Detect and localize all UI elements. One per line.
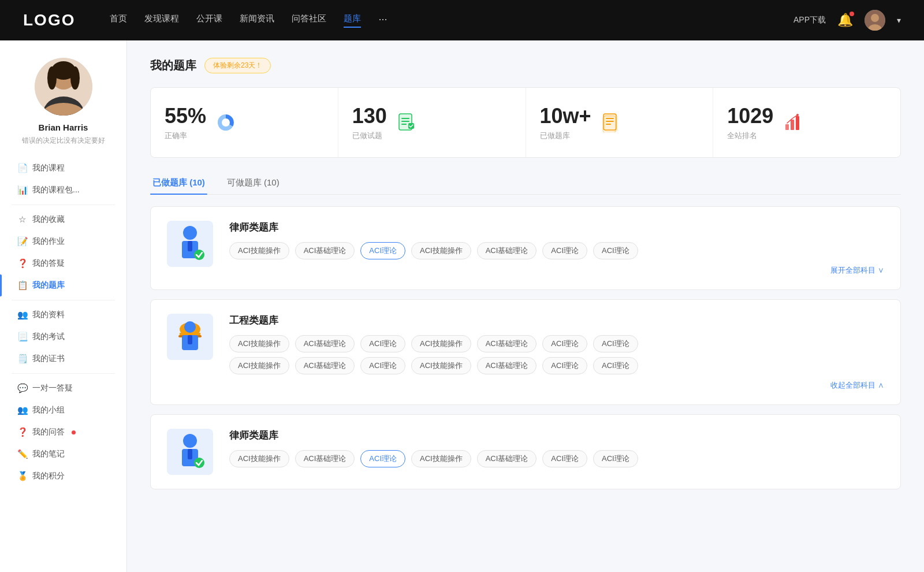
user-chevron[interactable]: ▾: [897, 16, 901, 25]
collapse-link[interactable]: 收起全部科目 ∧: [229, 380, 884, 391]
tag[interactable]: ACI基础理论: [477, 335, 537, 352]
tag[interactable]: ACI技能操作: [411, 335, 471, 352]
sidebar-item-material[interactable]: 👥 我的资料: [0, 304, 126, 326]
tag[interactable]: ACI理论: [593, 357, 638, 374]
nav-more[interactable]: ···: [378, 13, 387, 28]
svg-point-29: [183, 226, 197, 240]
tag[interactable]: ACI理论: [542, 357, 587, 374]
sidebar-label: 我的笔记: [32, 449, 65, 459]
sidebar-item-qa[interactable]: ❓ 我的答疑: [0, 252, 126, 274]
notification-bell[interactable]: 🔔: [837, 13, 853, 28]
cat-content-engineer: 工程类题库 ACI技能操作 ACI基础理论 ACI理论 ACI技能操作 ACI基…: [229, 314, 884, 391]
sidebar-item-cert[interactable]: 🗒️ 我的证书: [0, 348, 126, 370]
tab-todo[interactable]: 可做题库 (10): [225, 172, 282, 194]
tag[interactable]: ACI基础理论: [477, 357, 537, 374]
sidebar-item-course[interactable]: 📄 我的课程: [0, 157, 126, 179]
sidebar-label: 我的答疑: [32, 258, 65, 269]
category-card-engineer: 工程类题库 ACI技能操作 ACI基础理论 ACI理论 ACI技能操作 ACI基…: [150, 299, 901, 405]
cert-icon: 🗒️: [17, 354, 27, 364]
tag[interactable]: ACI技能操作: [411, 242, 471, 259]
tag[interactable]: ACI理论: [360, 357, 405, 374]
cat-content-lawyer-2: 律师类题库 ACI技能操作 ACI基础理论 ACI理论 ACI技能操作 ACI基…: [229, 429, 884, 467]
tab-done[interactable]: 已做题库 (10): [150, 172, 207, 194]
sidebar-item-exam[interactable]: 📃 我的考试: [0, 326, 126, 348]
user-avatar[interactable]: [865, 10, 885, 31]
stat-rank: 1029 全站排名: [713, 88, 900, 157]
quiz-icon: 📋: [17, 280, 27, 291]
tag[interactable]: ACI技能操作: [411, 450, 471, 467]
tabs: 已做题库 (10) 可做题库 (10): [150, 172, 901, 195]
tag-selected[interactable]: ACI理论: [360, 242, 405, 259]
sidebar-label: 我的收藏: [32, 214, 65, 225]
doc-orange-icon: [601, 112, 621, 133]
tag-selected[interactable]: ACI理论: [360, 450, 405, 467]
sidebar-item-favorites[interactable]: ☆ 我的收藏: [0, 209, 126, 231]
sidebar-label: 我的积分: [32, 471, 65, 481]
course-icon: 📄: [17, 163, 27, 173]
tag[interactable]: ACI基础理论: [295, 242, 355, 259]
sidebar-item-questions[interactable]: ❓ 我的问答: [0, 421, 126, 443]
tag[interactable]: ACI基础理论: [295, 357, 355, 374]
tag[interactable]: ACI技能操作: [229, 335, 289, 352]
tag[interactable]: ACI基础理论: [477, 242, 537, 259]
sidebar-label: 一对一答疑: [32, 383, 73, 393]
stat-accuracy: 55% 正确率: [151, 88, 338, 157]
tag[interactable]: ACI理论: [360, 335, 405, 352]
chart-red-icon: [783, 112, 803, 133]
tag[interactable]: ACI理论: [593, 450, 638, 467]
tag[interactable]: ACI技能操作: [229, 450, 289, 467]
sidebar: Brian Harris 错误的决定比没有决定要好 📄 我的课程 📊 我的课程包…: [0, 40, 127, 572]
sidebar-item-quiz[interactable]: 📋 我的题库: [0, 274, 126, 296]
tag[interactable]: ACI理论: [593, 242, 638, 259]
svg-rect-20: [606, 118, 614, 119]
notes-icon: ✏️: [17, 449, 27, 459]
exam-icon: 📃: [17, 332, 27, 342]
pie-chart-icon: [215, 112, 236, 133]
cat-tags-row1: ACI技能操作 ACI基础理论 ACI理论 ACI技能操作 ACI基础理论 AC…: [229, 335, 884, 352]
tag[interactable]: ACI基础理论: [477, 450, 537, 467]
svg-rect-14: [401, 118, 409, 119]
nav-news[interactable]: 新闻资讯: [240, 13, 274, 28]
stat-done-value: 130: [352, 104, 387, 128]
nav-home[interactable]: 首页: [110, 13, 127, 28]
tag[interactable]: ACI基础理论: [295, 450, 355, 467]
tag[interactable]: ACI技能操作: [411, 357, 471, 374]
svg-point-9: [70, 66, 80, 90]
tag[interactable]: ACI基础理论: [295, 335, 355, 352]
stat-banks-label: 已做题库: [540, 131, 591, 141]
stat-rank-label: 全站排名: [727, 131, 773, 141]
nav-discover[interactable]: 发现课程: [144, 13, 179, 28]
sidebar-item-notes[interactable]: ✏️ 我的笔记: [0, 443, 126, 465]
sidebar-item-group[interactable]: 👥 我的小组: [0, 399, 126, 421]
tag[interactable]: ACI理论: [542, 450, 587, 467]
sidebar-label: 我的题库: [32, 280, 65, 291]
lawyer-icon-2: [167, 429, 213, 475]
sidebar-divider-3: [12, 373, 115, 374]
cat-tags: ACI技能操作 ACI基础理论 ACI理论 ACI技能操作 ACI基础理论 AC…: [229, 450, 884, 467]
nav-qa[interactable]: 问答社区: [292, 13, 326, 28]
coursepack-icon: 📊: [17, 185, 27, 195]
sidebar-avatar: [35, 58, 92, 116]
app-download[interactable]: APP下载: [793, 15, 826, 25]
expand-link[interactable]: 展开全部科目 ∨: [229, 265, 884, 276]
user-name: Brian Harris: [39, 122, 88, 132]
tag[interactable]: ACI理论: [542, 335, 587, 352]
sidebar-item-1to1[interactable]: 💬 一对一答疑: [0, 377, 126, 399]
sidebar-item-homework[interactable]: 📝 我的作业: [0, 231, 126, 252]
tag[interactable]: ACI理论: [593, 335, 638, 352]
nav-opencourse[interactable]: 公开课: [196, 13, 222, 28]
svg-rect-15: [401, 121, 409, 122]
stat-accuracy-value: 55%: [165, 104, 206, 128]
tag[interactable]: ACI技能操作: [229, 357, 289, 374]
sidebar-item-coursepack[interactable]: 📊 我的课程包...: [0, 179, 126, 201]
trial-badge: 体验剩余23天！: [204, 58, 271, 73]
svg-point-32: [194, 250, 204, 260]
sidebar-item-points[interactable]: 🏅 我的积分: [0, 465, 126, 487]
page-header: 我的题库 体验剩余23天！: [150, 58, 901, 73]
user-motto: 错误的决定比没有决定要好: [22, 136, 105, 146]
nav-quiz[interactable]: 题库: [344, 13, 361, 28]
cat-tags: ACI技能操作 ACI基础理论 ACI理论 ACI技能操作 ACI基础理论 AC…: [229, 242, 884, 259]
tag[interactable]: ACI理论: [542, 242, 587, 259]
notification-dot: [850, 12, 854, 16]
tag[interactable]: ACI技能操作: [229, 242, 289, 259]
